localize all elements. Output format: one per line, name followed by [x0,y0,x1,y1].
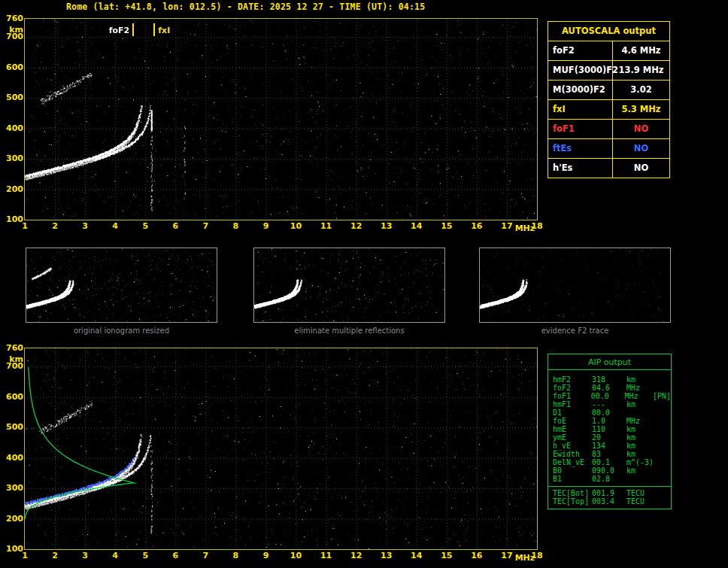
aip-row: h_vE134km [553,442,671,450]
aip-param-label: TEC[Top] [553,497,592,506]
aip-param-unit: km [626,425,655,433]
mhz-tick-label: 3 [76,551,94,560]
km-unit-label: km [2,355,23,364]
mhz-unit-label: MHz [514,224,536,233]
mhz-tick-label: 16 [468,551,486,560]
aip-param-label: foF2 [553,384,592,392]
aip-table: AIP output hmF2318kmfoF204.6MHzfoF100.0M… [548,354,672,509]
mhz-tick-label: 2 [46,551,64,560]
aip-param-value: 001.9 [592,489,626,497]
mhz-tick-label: 10 [287,222,305,231]
foF2-marker-label: foF2 [102,26,130,35]
mhz-tick-label: 15 [438,551,456,560]
aip-param-extra [655,442,671,450]
mhz-tick-label: 13 [378,551,396,560]
aip-param-label: h_vE [553,442,592,450]
km-tick-label: 760 [2,14,23,23]
aip-param-value: 318 [592,375,626,384]
top-km-axis: 760700600500400300200100km [2,19,23,220]
mhz-tick-label: 11 [317,551,335,560]
km-tick-label: 500 [2,423,23,432]
bottom-km-axis: 760700600500400300200100km [2,348,23,549]
bottom-mhz-axis: 123456789101112131415161718MHz [25,551,551,563]
aip-param-value: 00.0 [591,392,625,400]
aip-row: hmE110km [553,425,671,433]
autoscala-row-value: NO [613,120,669,138]
thumbnail-caption-f2-evidence: evidence F2 trace [479,327,671,335]
top-ionogram-plot: foF2fxI [24,18,538,220]
km-tick-label: 200 [2,515,23,524]
mhz-tick-label: 16 [468,222,486,231]
aip-param-unit: km [626,466,655,475]
aip-param-extra [655,466,671,475]
mhz-tick-label: 6 [166,222,184,231]
aip-row: DelN_vE00.1m^(-3) [553,458,671,466]
page-title: Rome (lat: +41.8, lon: 012.5) - DATE: 20… [66,2,425,12]
aip-param-label: foF1 [553,392,591,400]
km-unit-label: km [2,26,23,35]
autoscala-row-label: M(3000)F2 [548,80,613,99]
km-tick-label: 600 [2,393,23,402]
mhz-tick-label: 10 [287,551,305,560]
aip-param-label: D1 [553,409,592,417]
aip-param-label: hmF1 [553,400,592,409]
aip-param-extra [655,433,671,442]
aip-param-extra [655,425,671,433]
mhz-tick-label: 13 [378,222,396,231]
thumbnail-no-reflections-canvas [254,248,444,322]
aip-row: ymE20km [553,433,671,442]
mhz-tick-label: 8 [226,551,244,560]
aip-param-extra [655,409,671,417]
mhz-unit-label: MHz [514,554,536,563]
aip-tec-rows: TEC[Bot]001.9TECUTEC[Top]003.4TECU [548,486,671,509]
mhz-tick-label: 9 [256,222,275,231]
autoscala-row: M(3000)F23.02 [548,80,669,99]
autoscala-row: MUF(3000)F213.9 MHz [548,60,669,80]
aip-param-extra [655,450,671,458]
mhz-tick-label: 5 [136,222,154,231]
aip-param-unit [626,475,655,483]
thumbnail-caption-original: original ionogram resized [26,327,217,335]
aip-param-unit [626,409,655,417]
aip-param-extra [655,375,671,384]
aip-param-extra: [PN] [653,392,671,400]
aip-param-label: hmF2 [553,375,592,384]
mhz-tick-label: 12 [347,222,366,231]
aip-param-unit: km [626,400,655,409]
aip-row: D100.0 [553,409,671,417]
thumbnail-f2-evidence [479,248,671,323]
aip-param-extra [655,458,671,466]
aip-param-value: 110 [592,425,626,433]
aip-param-value: 83 [592,450,626,458]
aip-rows: hmF2318kmfoF204.6MHzfoF100.0MHz[PN]hmF1-… [548,370,671,486]
aip-row: Ewidth83km [553,450,671,458]
aip-row: B102.8 [553,475,671,483]
mhz-tick-label: 11 [317,222,335,231]
aip-param-label: TEC[Bot] [553,489,592,497]
km-tick-label: 400 [2,124,23,133]
mhz-tick-label: 7 [196,222,214,231]
autoscala-row: foF24.6 MHz [548,41,669,60]
bottom-ionogram-plot [24,348,538,550]
mhz-tick-label: 2 [46,222,64,231]
km-tick-label: 500 [2,93,23,102]
aip-param-label: DelN_vE [553,458,592,466]
aip-param-label: Ewidth [553,450,592,458]
mhz-tick-label: 9 [256,551,275,560]
mhz-tick-label: 1 [16,551,34,560]
aip-param-unit: MHz [626,384,655,392]
mhz-tick-label: 14 [408,222,426,231]
mhz-tick-label: 6 [166,551,184,560]
aip-param-value: 003.4 [592,497,626,506]
autoscala-row-label: MUF(3000)F2 [548,61,613,80]
autoscala-row-value: NO [613,159,669,178]
autoscala-table: AUTOSCALA output foF24.6 MHzMUF(3000)F21… [548,21,670,178]
aip-param-unit: km [626,442,655,450]
autoscala-row-label: foF1 [548,120,613,138]
top-mhz-axis: 123456789101112131415161718MHz [25,222,551,234]
aip-param-unit: TECU [626,489,655,497]
aip-param-extra [655,384,671,392]
aip-param-value: 00.1 [592,458,626,466]
aip-param-value: 00.0 [592,409,626,417]
autoscala-screen: Rome (lat: +41.8, lon: 012.5) - DATE: 20… [0,0,728,568]
